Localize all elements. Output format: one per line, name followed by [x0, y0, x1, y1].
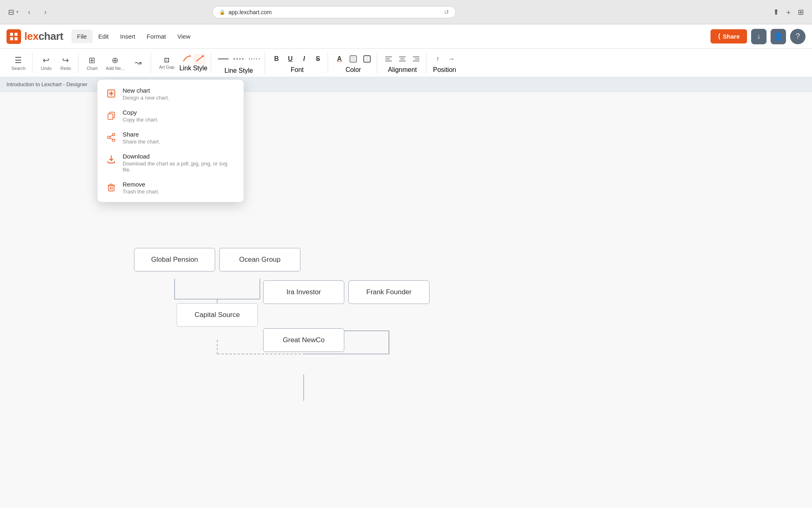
share-title: Share	[123, 131, 235, 138]
move-up-btn[interactable]: ↑	[431, 52, 444, 65]
curve-btn[interactable]: ↝	[130, 55, 147, 71]
strikethrough-btn[interactable]: S	[311, 52, 324, 65]
toolbar-position-group: ↑ → Position	[428, 52, 461, 74]
url-text: app.lexchart.com	[229, 9, 272, 15]
line-dotted-btn[interactable]	[247, 52, 261, 66]
toolbar-color-group: A Color	[330, 52, 377, 74]
svg-rect-2	[10, 37, 13, 40]
line-dashed-btn[interactable]	[231, 52, 246, 66]
nav-menu: File Edit Insert Format View	[71, 30, 196, 43]
svg-point-41	[108, 136, 110, 139]
toolbar-font-group: B U I S Font	[267, 52, 328, 74]
help-icon: ?	[796, 32, 800, 41]
search-label: Search	[11, 66, 26, 71]
logo-icon	[6, 29, 21, 44]
svg-line-44	[110, 138, 113, 139]
help-button[interactable]: ?	[790, 29, 806, 44]
lock-icon: 🔒	[219, 9, 225, 15]
header-actions: ⟨ Share ↓ 👤 ?	[710, 29, 806, 44]
line-solid-btn[interactable]	[216, 52, 231, 66]
profile-icon: 👤	[774, 32, 783, 41]
search-toolbar-btn[interactable]: ☰ Search	[8, 53, 29, 73]
font-color-btn[interactable]: A	[333, 52, 346, 65]
dropdown-overlay[interactable]: New chart Design a new chart. Copy C	[0, 77, 812, 508]
svg-rect-3	[15, 37, 17, 40]
canvas-area: Introduction to Lexchart - Designer	[0, 77, 812, 508]
svg-point-40	[112, 133, 115, 136]
download-button[interactable]: ↓	[751, 29, 767, 44]
dropdown-download[interactable]: Download Download the chart as a pdf, jp…	[97, 149, 244, 177]
sidebar-toggle[interactable]: ⊟ ▾	[8, 8, 19, 17]
share-browser-btn[interactable]: ⬆	[773, 8, 779, 17]
new-tab-btn[interactable]: ＋	[785, 7, 792, 17]
art-gap-icon: ⊡	[164, 56, 169, 64]
curve-icon: ↝	[135, 58, 142, 67]
refresh-icon: ↺	[444, 9, 449, 15]
share-desc: Share the chart.	[123, 139, 235, 145]
trash-icon	[106, 182, 117, 193]
download-desc: Download the chart as a pdf, jpg, png, o…	[123, 161, 235, 173]
back-button[interactable]: ‹	[24, 7, 35, 18]
border-color-btn[interactable]	[361, 52, 374, 65]
grid-btn[interactable]: ⊞	[798, 8, 804, 17]
new-chart-icon	[106, 88, 117, 99]
share-icon: ⟨	[718, 33, 720, 40]
svg-line-43	[110, 135, 113, 137]
svg-rect-0	[10, 33, 13, 35]
dropdown-remove[interactable]: Remove Trash the chart.	[97, 177, 244, 199]
download-title: Download	[123, 153, 235, 160]
nav-edit[interactable]: Edit	[93, 30, 114, 43]
search-icon: ☰	[15, 55, 22, 65]
profile-button[interactable]: 👤	[771, 29, 786, 44]
nav-view[interactable]: View	[172, 30, 196, 43]
browser-actions: ⬆ ＋ ⊞	[773, 7, 804, 17]
link-style-curved-btn[interactable]	[181, 54, 193, 65]
toolbar-chart-group: ⊞ Chart ⊕ Add Ne... ↝	[80, 53, 151, 73]
browser-chrome: ⊟ ▾ ‹ › 🔒 app.lexchart.com ↺ ⬆ ＋ ⊞	[0, 0, 812, 24]
copy-icon	[106, 110, 117, 121]
redo-btn[interactable]: ↪ Redo	[57, 53, 75, 73]
chart-btn[interactable]: ⊞ Chart	[83, 53, 101, 73]
nav-file[interactable]: File	[71, 30, 93, 43]
forward-button[interactable]: ›	[40, 7, 51, 18]
svg-rect-39	[108, 114, 113, 119]
bold-btn[interactable]: B	[270, 52, 283, 65]
move-down-btn[interactable]: →	[445, 52, 458, 65]
toolbar-alignment-group: Alignment	[379, 52, 426, 74]
svg-rect-1	[15, 33, 17, 35]
chart-icon: ⊞	[89, 55, 95, 65]
remove-desc: Trash the chart.	[123, 189, 235, 195]
file-dropdown-menu: New chart Design a new chart. Copy C	[97, 80, 244, 202]
align-right-btn[interactable]	[410, 52, 423, 65]
italic-btn[interactable]: I	[298, 52, 311, 65]
download-icon: ↓	[757, 32, 761, 41]
new-chart-desc: Design a new chart.	[123, 95, 235, 101]
add-new-btn[interactable]: ⊕ Add Ne...	[103, 53, 128, 73]
toolbar-search-group: ☰ Search	[5, 53, 32, 73]
share-icon	[106, 132, 117, 143]
dropdown-copy[interactable]: Copy Copy the chart.	[97, 105, 244, 127]
link-style-straight-btn[interactable]	[194, 54, 206, 65]
art-gap-btn[interactable]: ⊡ Art Gap	[156, 54, 178, 72]
undo-btn[interactable]: ↩ Undo	[37, 53, 55, 73]
nav-insert[interactable]: Insert	[114, 30, 141, 43]
dropdown-new-chart[interactable]: New chart Design a new chart.	[97, 83, 244, 105]
toolbar-linestyle-group: Line Style	[213, 52, 265, 74]
add-new-icon: ⊕	[112, 55, 119, 65]
bg-color-btn[interactable]	[347, 52, 360, 65]
align-left-btn[interactable]	[382, 52, 395, 65]
toolbar-undoredo-group: ↩ Undo ↪ Redo	[34, 53, 78, 73]
underline-btn[interactable]: U	[284, 52, 297, 65]
dropdown-share[interactable]: Share Share the chart.	[97, 127, 244, 149]
logo-text: lexchart	[24, 30, 63, 43]
copy-desc: Copy the chart.	[123, 117, 235, 123]
align-center-btn[interactable]	[396, 52, 409, 65]
download-icon	[106, 154, 117, 165]
new-chart-title: New chart	[123, 87, 235, 94]
toolbar-link-group: ⊡ Art Gap Link Style	[153, 54, 211, 72]
share-button[interactable]: ⟨ Share	[710, 29, 747, 43]
svg-rect-45	[108, 185, 114, 191]
nav-format[interactable]: Format	[141, 30, 172, 43]
svg-point-42	[112, 139, 115, 141]
copy-title: Copy	[123, 109, 235, 116]
